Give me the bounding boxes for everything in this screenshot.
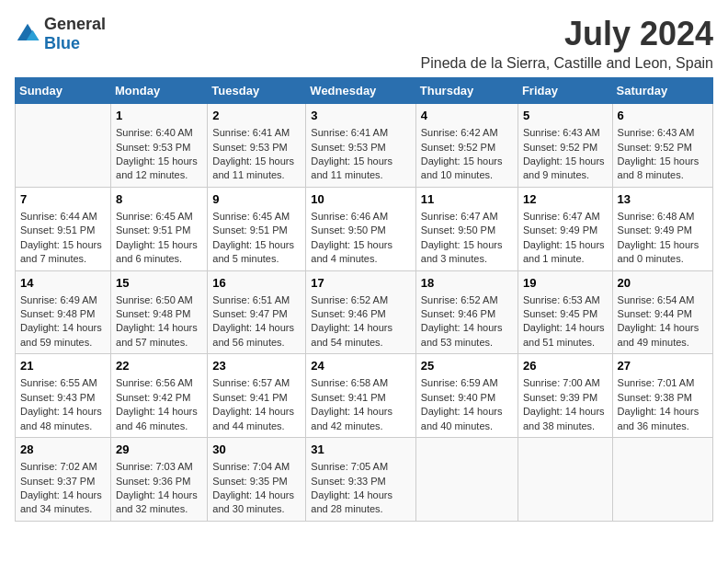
cell-info: Sunrise: 6:53 AM Sunset: 9:45 PM Dayligh…: [523, 293, 608, 350]
calendar-cell: [16, 104, 111, 188]
cell-info: Sunrise: 6:54 AM Sunset: 9:44 PM Dayligh…: [618, 293, 708, 350]
calendar-cell: 13Sunrise: 6:48 AM Sunset: 9:49 PM Dayli…: [612, 187, 712, 270]
cell-info: Sunrise: 6:47 AM Sunset: 9:49 PM Dayligh…: [523, 210, 608, 267]
calendar-cell: 8Sunrise: 6:45 AM Sunset: 9:51 PM Daylig…: [111, 187, 208, 270]
day-number: 11: [421, 191, 513, 208]
cell-info: Sunrise: 6:52 AM Sunset: 9:46 PM Dayligh…: [311, 293, 410, 350]
cell-info: Sunrise: 7:01 AM Sunset: 9:38 PM Dayligh…: [618, 376, 708, 433]
day-number: 3: [311, 108, 410, 124]
cell-info: Sunrise: 6:56 AM Sunset: 9:42 PM Dayligh…: [116, 376, 202, 433]
cell-info: Sunrise: 6:55 AM Sunset: 9:43 PM Dayligh…: [20, 376, 106, 433]
cell-info: Sunrise: 6:43 AM Sunset: 9:52 PM Dayligh…: [618, 126, 708, 183]
cell-info: Sunrise: 6:59 AM Sunset: 9:40 PM Dayligh…: [421, 376, 513, 433]
day-number: 7: [20, 191, 106, 208]
calendar-cell: [415, 438, 518, 522]
weekday-header: Wednesday: [306, 78, 415, 104]
cell-info: Sunrise: 6:52 AM Sunset: 9:46 PM Dayligh…: [421, 293, 513, 350]
calendar-cell: 2Sunrise: 6:41 AM Sunset: 9:53 PM Daylig…: [208, 104, 306, 188]
cell-info: Sunrise: 6:40 AM Sunset: 9:53 PM Dayligh…: [116, 126, 202, 183]
calendar-week-row: 28Sunrise: 7:02 AM Sunset: 9:37 PM Dayli…: [16, 438, 713, 522]
day-number: 10: [311, 191, 410, 208]
day-number: 1: [116, 108, 202, 124]
cell-info: Sunrise: 6:42 AM Sunset: 9:52 PM Dayligh…: [421, 126, 513, 183]
logo-general: General: [44, 15, 106, 33]
calendar-cell: [518, 438, 612, 522]
logo: General Blue: [15, 15, 106, 53]
cell-info: Sunrise: 6:51 AM Sunset: 9:47 PM Dayligh…: [212, 293, 301, 350]
calendar-cell: 17Sunrise: 6:52 AM Sunset: 9:46 PM Dayli…: [306, 270, 415, 354]
calendar-cell: 14Sunrise: 6:49 AM Sunset: 9:48 PM Dayli…: [16, 270, 111, 354]
calendar-cell: 24Sunrise: 6:58 AM Sunset: 9:41 PM Dayli…: [306, 354, 415, 438]
cell-info: Sunrise: 6:45 AM Sunset: 9:51 PM Dayligh…: [212, 210, 301, 267]
calendar-cell: 28Sunrise: 7:02 AM Sunset: 9:37 PM Dayli…: [16, 438, 111, 522]
calendar-cell: 30Sunrise: 7:04 AM Sunset: 9:35 PM Dayli…: [208, 438, 306, 522]
day-number: 27: [618, 358, 708, 374]
cell-info: Sunrise: 6:47 AM Sunset: 9:50 PM Dayligh…: [421, 210, 513, 267]
header: General Blue July 2024 Pineda de la Sier…: [15, 15, 713, 72]
calendar-cell: 23Sunrise: 6:57 AM Sunset: 9:41 PM Dayli…: [208, 354, 306, 438]
day-number: 23: [212, 358, 301, 374]
cell-info: Sunrise: 7:04 AM Sunset: 9:35 PM Dayligh…: [212, 460, 301, 517]
calendar-cell: 25Sunrise: 6:59 AM Sunset: 9:40 PM Dayli…: [415, 354, 518, 438]
day-number: 21: [20, 358, 106, 374]
logo-blue: Blue: [44, 34, 80, 52]
cell-info: Sunrise: 6:41 AM Sunset: 9:53 PM Dayligh…: [311, 126, 410, 183]
day-number: 19: [523, 275, 608, 292]
calendar-cell: 15Sunrise: 6:50 AM Sunset: 9:48 PM Dayli…: [111, 270, 208, 354]
calendar-cell: 20Sunrise: 6:54 AM Sunset: 9:44 PM Dayli…: [612, 270, 712, 354]
calendar-cell: 9Sunrise: 6:45 AM Sunset: 9:51 PM Daylig…: [208, 187, 306, 270]
calendar-cell: 7Sunrise: 6:44 AM Sunset: 9:51 PM Daylig…: [16, 187, 111, 270]
cell-info: Sunrise: 7:00 AM Sunset: 9:39 PM Dayligh…: [523, 376, 608, 433]
calendar-cell: 29Sunrise: 7:03 AM Sunset: 9:36 PM Dayli…: [111, 438, 208, 522]
cell-info: Sunrise: 7:02 AM Sunset: 9:37 PM Dayligh…: [20, 460, 106, 517]
cell-info: Sunrise: 6:45 AM Sunset: 9:51 PM Dayligh…: [116, 210, 202, 267]
calendar-cell: 12Sunrise: 6:47 AM Sunset: 9:49 PM Dayli…: [518, 187, 612, 270]
day-number: 25: [421, 358, 513, 374]
day-number: 13: [618, 191, 708, 208]
logo-icon: [15, 21, 40, 47]
day-number: 26: [523, 358, 608, 374]
calendar-cell: 16Sunrise: 6:51 AM Sunset: 9:47 PM Dayli…: [208, 270, 306, 354]
weekday-header: Saturday: [612, 78, 712, 104]
day-number: 2: [212, 108, 301, 124]
day-number: 14: [20, 275, 106, 292]
calendar-cell: 4Sunrise: 6:42 AM Sunset: 9:52 PM Daylig…: [415, 104, 518, 188]
cell-info: Sunrise: 6:44 AM Sunset: 9:51 PM Dayligh…: [20, 210, 106, 267]
day-number: 24: [311, 358, 410, 374]
main-title: July 2024: [421, 15, 713, 53]
weekday-header: Friday: [518, 78, 612, 104]
weekday-header: Thursday: [415, 78, 518, 104]
day-number: 8: [116, 191, 202, 208]
cell-info: Sunrise: 6:46 AM Sunset: 9:50 PM Dayligh…: [311, 210, 410, 267]
calendar-week-row: 14Sunrise: 6:49 AM Sunset: 9:48 PM Dayli…: [16, 270, 713, 354]
cell-info: Sunrise: 6:50 AM Sunset: 9:48 PM Dayligh…: [116, 293, 202, 350]
calendar-cell: 6Sunrise: 6:43 AM Sunset: 9:52 PM Daylig…: [612, 104, 712, 188]
cell-info: Sunrise: 6:43 AM Sunset: 9:52 PM Dayligh…: [523, 126, 608, 183]
day-number: 30: [212, 442, 301, 458]
day-number: 5: [523, 108, 608, 124]
cell-info: Sunrise: 6:58 AM Sunset: 9:41 PM Dayligh…: [311, 376, 410, 433]
calendar-cell: 19Sunrise: 6:53 AM Sunset: 9:45 PM Dayli…: [518, 270, 612, 354]
day-number: 29: [116, 442, 202, 458]
day-number: 18: [421, 275, 513, 292]
calendar-cell: 3Sunrise: 6:41 AM Sunset: 9:53 PM Daylig…: [306, 104, 415, 188]
weekday-header-row: SundayMondayTuesdayWednesdayThursdayFrid…: [16, 78, 713, 104]
day-number: 9: [212, 191, 301, 208]
calendar-cell: 27Sunrise: 7:01 AM Sunset: 9:38 PM Dayli…: [612, 354, 712, 438]
calendar-cell: 1Sunrise: 6:40 AM Sunset: 9:53 PM Daylig…: [111, 104, 208, 188]
day-number: 16: [212, 275, 301, 292]
calendar-table: SundayMondayTuesdayWednesdayThursdayFrid…: [15, 77, 713, 522]
calendar-cell: 31Sunrise: 7:05 AM Sunset: 9:33 PM Dayli…: [306, 438, 415, 522]
calendar-cell: 10Sunrise: 6:46 AM Sunset: 9:50 PM Dayli…: [306, 187, 415, 270]
subtitle: Pineda de la Sierra, Castille and Leon, …: [421, 55, 713, 72]
cell-info: Sunrise: 6:48 AM Sunset: 9:49 PM Dayligh…: [618, 210, 708, 267]
day-number: 28: [20, 442, 106, 458]
cell-info: Sunrise: 7:05 AM Sunset: 9:33 PM Dayligh…: [311, 460, 410, 517]
weekday-header: Sunday: [16, 78, 111, 104]
day-number: 17: [311, 275, 410, 292]
cell-info: Sunrise: 6:57 AM Sunset: 9:41 PM Dayligh…: [212, 376, 301, 433]
calendar-cell: 26Sunrise: 7:00 AM Sunset: 9:39 PM Dayli…: [518, 354, 612, 438]
calendar-cell: 21Sunrise: 6:55 AM Sunset: 9:43 PM Dayli…: [16, 354, 111, 438]
weekday-header: Tuesday: [208, 78, 306, 104]
calendar-week-row: 21Sunrise: 6:55 AM Sunset: 9:43 PM Dayli…: [16, 354, 713, 438]
